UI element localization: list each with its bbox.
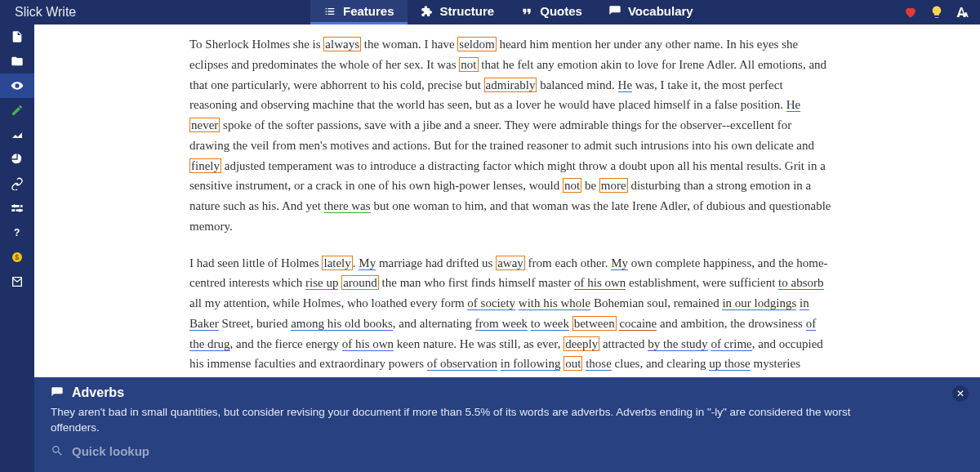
adverb-highlight[interactable]: finely xyxy=(189,158,221,173)
underline[interactable]: He xyxy=(786,98,801,112)
text: all my attention, while Holmes, who loat… xyxy=(189,296,467,309)
sidebar-mail[interactable] xyxy=(0,269,34,294)
sidebar-help[interactable]: ? xyxy=(0,220,34,245)
underline[interactable]: from week xyxy=(475,317,528,331)
text: clues, and clearing xyxy=(612,357,710,370)
heart-icon[interactable] xyxy=(903,5,918,20)
underline[interactable]: to week xyxy=(531,317,569,331)
tab-vocabulary[interactable]: Vocabulary xyxy=(595,0,706,24)
svg-text:$: $ xyxy=(15,253,20,261)
text: , and alternating xyxy=(393,317,475,330)
sidebar-pie[interactable] xyxy=(0,147,34,171)
underline[interactable]: by the study xyxy=(648,337,707,351)
text: keen nature. He was still, as ever, xyxy=(394,337,564,350)
tab-quotes[interactable]: Quotes xyxy=(507,0,595,24)
speech-icon xyxy=(608,5,621,18)
svg-text:?: ? xyxy=(14,227,20,238)
top-right-icons xyxy=(903,5,970,20)
adverb-highlight[interactable]: always xyxy=(323,37,361,51)
adverb-highlight[interactable]: admirably xyxy=(484,78,537,92)
paragraph-2: I had seen little of Holmes lately. My m… xyxy=(189,253,833,378)
adverb-highlight[interactable]: not xyxy=(459,57,478,72)
list-icon xyxy=(323,5,336,18)
folder-icon xyxy=(11,55,24,68)
coin-icon: $ xyxy=(11,251,24,264)
sidebar: ? $ xyxy=(0,24,34,472)
eye-icon xyxy=(11,79,24,92)
sidebar-pencil[interactable] xyxy=(0,98,34,122)
sidebar-chart[interactable] xyxy=(0,122,34,147)
underline[interactable]: of observation xyxy=(427,357,497,371)
underline[interactable]: in following xyxy=(501,357,561,371)
text: marriage had drifted us xyxy=(376,256,496,269)
adverb-highlight[interactable]: never xyxy=(189,118,220,132)
sidebar-folder[interactable] xyxy=(0,49,34,73)
sidebar-file[interactable] xyxy=(0,24,34,49)
panel-title: Adverbs xyxy=(72,385,124,400)
text: Street, buried xyxy=(219,317,291,330)
comment-icon xyxy=(51,386,64,399)
sidebar-eye[interactable] xyxy=(0,73,34,98)
tab-structure[interactable]: Structure xyxy=(408,0,508,24)
tab-strip: Features Structure Quotes Vocabulary xyxy=(310,0,706,24)
underline[interactable]: He xyxy=(618,78,633,92)
pie-icon xyxy=(11,153,24,166)
text-size-icon[interactable] xyxy=(956,5,970,20)
link-icon xyxy=(11,177,24,190)
underline[interactable]: cocaine xyxy=(619,317,657,331)
underline[interactable]: those xyxy=(586,357,612,371)
quotes-icon xyxy=(520,5,533,18)
underline[interactable]: to absorb xyxy=(778,276,823,290)
lightbulb-icon[interactable] xyxy=(929,5,944,20)
underline[interactable]: in our lodgings xyxy=(722,296,796,310)
text: I had seen little of Holmes xyxy=(189,256,322,269)
text: , and the fierce energy xyxy=(230,337,342,350)
text: attracted xyxy=(599,337,648,350)
top-bar: Slick Write Features Structure Quotes Vo… xyxy=(0,0,980,24)
adverb-highlight[interactable]: out xyxy=(564,356,582,371)
sidebar-link[interactable] xyxy=(0,171,34,196)
underline[interactable]: of his own xyxy=(574,276,626,290)
underline[interactable]: with his whole xyxy=(519,296,590,310)
paragraph-1: To Sherlock Holmes she is always the wom… xyxy=(189,34,833,237)
underline[interactable]: up those xyxy=(709,357,750,371)
underline[interactable]: among his old books xyxy=(291,317,393,331)
pencil-icon xyxy=(11,104,24,117)
info-panel: ✕ Adverbs They aren't bad in small quant… xyxy=(34,377,980,472)
close-button[interactable]: ✕ xyxy=(952,385,969,402)
underline[interactable]: My xyxy=(611,256,628,270)
underline[interactable]: rise up xyxy=(305,276,338,290)
text: spoke of the softer passions, save with … xyxy=(189,118,814,152)
underline[interactable]: of his own xyxy=(342,337,394,351)
adverb-highlight[interactable]: lately xyxy=(322,256,352,270)
sliders-icon xyxy=(11,202,24,215)
underline[interactable]: of society xyxy=(467,296,515,310)
text: and ambition, the drowsiness xyxy=(657,317,805,330)
tab-features[interactable]: Features xyxy=(310,0,408,24)
adverb-highlight[interactable]: seldom xyxy=(457,37,496,51)
tab-label: Structure xyxy=(440,4,495,18)
panel-description: They aren't bad in small quantities, but… xyxy=(51,405,851,436)
puzzle-icon xyxy=(421,5,434,18)
adverb-highlight[interactable]: more xyxy=(599,178,628,193)
text: be xyxy=(581,179,599,192)
underline[interactable]: My xyxy=(359,256,376,270)
text: from each other. xyxy=(525,256,611,269)
text: To Sherlock Holmes she is xyxy=(189,38,323,51)
underline[interactable]: of crime xyxy=(710,337,751,351)
mail-icon xyxy=(11,275,24,288)
document-content[interactable]: To Sherlock Holmes she is always the wom… xyxy=(34,24,980,377)
adverb-highlight[interactable]: away xyxy=(496,256,525,270)
adverb-highlight[interactable]: deeply xyxy=(564,336,599,351)
lookup-placeholder: Quick lookup xyxy=(72,444,149,458)
search-icon xyxy=(51,444,64,457)
underline[interactable]: there was xyxy=(324,199,371,213)
sidebar-sliders[interactable] xyxy=(0,196,34,220)
tab-label: Features xyxy=(343,4,394,18)
adverb-highlight[interactable]: around xyxy=(341,275,379,290)
chart-icon xyxy=(11,128,24,141)
sidebar-coin[interactable]: $ xyxy=(0,245,34,269)
quick-lookup[interactable]: Quick lookup xyxy=(51,444,964,458)
adverb-highlight[interactable]: not xyxy=(563,178,581,193)
adverb-highlight[interactable]: between xyxy=(572,316,617,331)
